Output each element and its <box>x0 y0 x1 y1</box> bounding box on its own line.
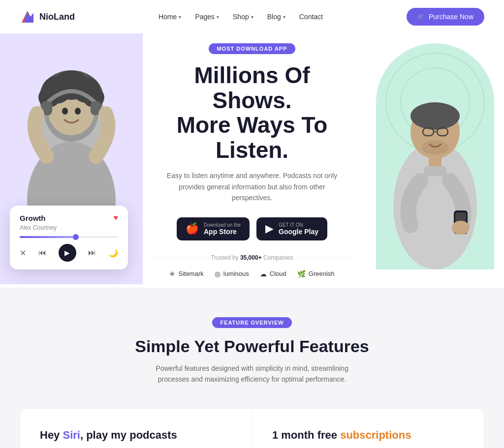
chevron-down-icon: ▾ <box>283 14 285 20</box>
shuffle-button[interactable]: ✕ <box>20 248 26 258</box>
next-button[interactable]: ⏭ <box>88 248 96 257</box>
svg-point-16 <box>99 106 113 120</box>
hero-title: Millions Of Shows. More Ways To Listen. <box>154 63 350 162</box>
svg-point-18 <box>75 108 81 115</box>
prev-button[interactable]: ⏮ <box>38 248 46 257</box>
trusted-section: Trusted by 35,000+ Companies <box>154 254 350 261</box>
progress-fill <box>20 236 74 238</box>
company-sitemark: ✳ Sitemark <box>169 270 203 278</box>
svg-rect-29 <box>424 166 446 176</box>
company-cloud: ☁ Cloud <box>260 270 286 278</box>
features-grid: Hey Siri, play my podcasts Just ask your… <box>20 408 484 448</box>
chevron-down-icon: ▾ <box>251 14 253 20</box>
purchase-button[interactable]: 🛒 Purchase Now <box>407 8 484 26</box>
logo-icon <box>20 9 35 25</box>
hero-right-image <box>371 33 504 284</box>
features-title: Simple Yet Powerful Features <box>20 337 484 356</box>
store-buttons: 🍎 Download on the App Store ▶ GET IT ON … <box>154 217 350 240</box>
hero-left-image: Growth ♥ Alex Courtney ✕ ⏮ ▶ ⏭ 🌙 <box>0 33 143 284</box>
features-section: FEATURE OVERVIEW Simple Yet Powerful Fea… <box>0 288 504 448</box>
svg-point-23 <box>410 102 460 130</box>
hero-right-bg <box>376 43 494 269</box>
company-greenish: 🌿 Greenish <box>297 270 335 278</box>
progress-bar[interactable] <box>20 236 118 238</box>
svg-point-17 <box>62 108 68 115</box>
company-luminous: ◎ luminous <box>215 270 249 278</box>
apple-icon: 🍎 <box>186 222 199 235</box>
features-subtitle: Powerful features designed with simplici… <box>144 363 360 385</box>
play-button[interactable]: ▶ <box>59 244 76 262</box>
company-logos: ✳ Sitemark ◎ luminous ☁ Cloud 🌿 Greenish <box>154 270 350 278</box>
feature-card-siri: Hey Siri, play my podcasts Just ask your… <box>20 408 252 448</box>
features-badge: FEATURE OVERVIEW <box>212 317 291 328</box>
appstore-button[interactable]: 🍎 Download on the App Store <box>177 217 250 240</box>
logo-text: NioLand <box>39 12 75 22</box>
chevron-down-icon: ▾ <box>217 14 219 20</box>
progress-dot <box>73 234 79 240</box>
googleplay-button[interactable]: ▶ GET IT ON Google Play <box>256 217 327 240</box>
man-silhouette <box>376 43 494 269</box>
navbar: NioLand Home ▾ Pages ▾ Shop ▾ Blog ▾ Con… <box>0 0 504 33</box>
nav-blog[interactable]: Blog ▾ <box>267 13 285 21</box>
hero-subtitle: Easy to listen anytime and anywhere. Pod… <box>163 170 341 203</box>
feature-title-siri: Hey Siri, play my podcasts <box>40 428 232 443</box>
hero-center: MOST DOWNLOAD APP Millions Of Shows. Mor… <box>144 33 360 288</box>
player-controls: ✕ ⏮ ▶ ⏭ 🌙 <box>20 244 118 262</box>
moon-button[interactable]: 🌙 <box>108 248 118 258</box>
heart-icon: ♥ <box>114 213 119 222</box>
player-artist: Alex Courtney <box>20 224 118 231</box>
google-play-icon: ▶ <box>265 222 274 235</box>
music-player-card: Growth ♥ Alex Courtney ✕ ⏮ ▶ ⏭ 🌙 <box>10 206 128 269</box>
feature-card-subscriptions: 1 month free subscriptions Beyond hearin… <box>252 408 484 448</box>
chevron-down-icon: ▾ <box>179 14 181 20</box>
hero-badge: MOST DOWNLOAD APP <box>209 43 295 54</box>
nav-shop[interactable]: Shop ▾ <box>233 13 253 21</box>
nav-home[interactable]: Home ▾ <box>158 13 181 21</box>
svg-point-27 <box>421 141 449 154</box>
nav-contact[interactable]: Contact <box>299 13 323 21</box>
feature-title-subscriptions: 1 month free subscriptions <box>272 428 464 443</box>
nav-links: Home ▾ Pages ▾ Shop ▾ Blog ▾ Contact <box>158 13 323 21</box>
svg-point-15 <box>30 106 44 120</box>
purchase-icon: 🛒 <box>417 13 425 20</box>
svg-point-32 <box>452 221 470 235</box>
hero-section: Growth ♥ Alex Courtney ✕ ⏮ ▶ ⏭ 🌙 MOST DO… <box>0 33 504 288</box>
player-title: Growth <box>20 214 46 222</box>
nav-pages[interactable]: Pages ▾ <box>195 13 219 21</box>
logo[interactable]: NioLand <box>20 9 75 25</box>
